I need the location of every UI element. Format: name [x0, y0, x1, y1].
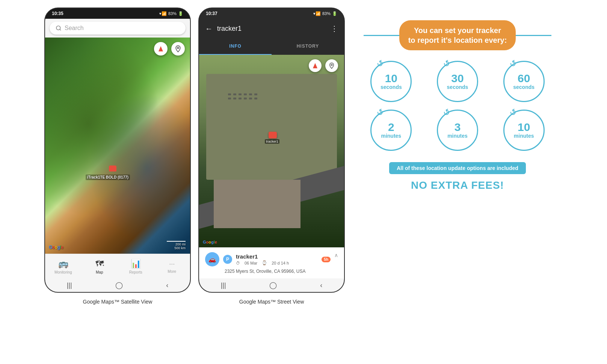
android-menu-btn2[interactable]: ||| — [221, 281, 226, 289]
map-label: Map — [96, 270, 103, 274]
android-back-btn2[interactable]: ‹ — [320, 281, 322, 289]
phone1-status-bar: 10:35 ▾📶 83% 🔋 — [45, 8, 190, 19]
circle-number-4: 2 — [388, 122, 394, 133]
circle-arrow-icon-6: ↺ — [507, 107, 518, 119]
compass-arrow-icon — [159, 46, 163, 51]
phone1-wrapper: 10:35 ▾📶 83% 🔋 Search — [44, 8, 191, 305]
tracker-header: ← tracker1 ⋮ — [199, 19, 344, 38]
circle-outer-2min: ↺ 2 minutes — [370, 110, 412, 151]
circle-number-2: 30 — [451, 73, 464, 84]
reports-icon: 📊 — [131, 259, 141, 269]
nav-map[interactable]: 🗺 Map — [82, 259, 118, 274]
more-label: More — [168, 269, 176, 274]
svg-point-0 — [56, 26, 60, 30]
scale-line — [167, 241, 186, 242]
svg-point-1 — [177, 47, 179, 48]
tab-info[interactable]: INFO — [199, 38, 272, 55]
tracker-p-badge: P — [223, 255, 232, 264]
monitoring-label: Monitoring — [54, 270, 72, 274]
circle-number-3: 60 — [518, 73, 530, 84]
car-marker — [109, 165, 116, 171]
circle-3min: ↺ 3 minutes — [430, 110, 485, 151]
tracker-time-badge: 5h — [322, 257, 331, 262]
phone2-wrapper: 10:37 ▾📶 83% 🔋 ← tracker1 ⋮ INFO HI — [198, 8, 345, 305]
tracker-map-label: iTrack1TE BOLD (0177) — [86, 174, 130, 180]
circle-arrow-icon-1: ↺ — [375, 58, 386, 70]
android-nav2: ||| ◯ ‹ — [199, 278, 344, 292]
location-icon — [174, 45, 182, 53]
circle-number-5: 3 — [454, 122, 461, 133]
tracker-name-section: tracker1 ⏱ 06 Mar ⌚ 20 d 14 h — [236, 253, 318, 265]
android-menu-btn[interactable]: ||| — [67, 281, 72, 289]
included-box: All of these location update options are… — [389, 162, 526, 174]
timer-icon: ⌚ — [262, 260, 267, 265]
circle-unit-2: seconds — [447, 84, 468, 90]
nav-reports[interactable]: 📊 Reports — [118, 259, 154, 274]
sv-google-logo: Google — [203, 240, 217, 244]
circle-arrow-icon-3: ↺ — [507, 58, 518, 70]
sv-compass-arrow-icon — [313, 63, 317, 68]
tab-history-label: HISTORY — [297, 44, 319, 49]
phone1-time: 10:35 — [52, 11, 63, 16]
tracker-title: tracker1 — [217, 25, 326, 33]
sv-parking-lot — [206, 74, 337, 180]
info-panel: You can set your tracker to report it's … — [352, 11, 563, 200]
no-fees-text: NO EXTRA FEES! — [411, 179, 504, 191]
circle-2min: ↺ 2 minutes — [364, 110, 419, 151]
search-bar[interactable]: Search — [50, 22, 186, 35]
circle-outer-10sec: ↺ 10 seconds — [370, 61, 412, 102]
circle-10sec: ↺ 10 seconds — [364, 61, 419, 102]
wifi-icon2: ▾📶 — [313, 11, 321, 16]
android-back-btn[interactable]: ‹ — [166, 281, 168, 289]
nav-more[interactable]: ··· More — [154, 260, 190, 274]
location-button[interactable] — [171, 42, 185, 56]
satellite-map[interactable]: iTrack1TE BOLD (0177) Google 200 mi 500 … — [45, 38, 190, 254]
circle-outer-10min: ↺ 10 minutes — [503, 110, 545, 151]
circles-grid: ↺ 10 seconds ↺ 30 seconds ↺ 60 seconds ↺ — [364, 61, 551, 151]
clock-icon: ⏱ — [236, 261, 240, 265]
included-text: All of these location update options are… — [397, 165, 518, 171]
circle-number-6: 10 — [518, 122, 530, 133]
sv-location-icon — [328, 62, 335, 69]
tab-history[interactable]: HISTORY — [272, 38, 344, 55]
wifi-icon: ▾📶 — [159, 11, 167, 16]
phone2-status-bar: 10:37 ▾📶 83% 🔋 — [199, 8, 344, 19]
circle-arrow-icon-5: ↺ — [441, 107, 452, 119]
circle-outer-30sec: ↺ 30 seconds — [437, 61, 478, 102]
circle-10min: ↺ 10 minutes — [496, 110, 551, 151]
search-input[interactable]: Search — [65, 25, 84, 32]
more-icon: ··· — [169, 260, 175, 268]
phones-section: 10:35 ▾📶 83% 🔋 Search — [44, 8, 345, 305]
sv-compass-button[interactable] — [309, 59, 322, 72]
android-home-btn[interactable]: ◯ — [115, 281, 123, 289]
circle-unit-5: minutes — [447, 133, 468, 139]
circle-arrow-icon-2: ↺ — [441, 58, 452, 70]
phone2-status-icons: ▾📶 83% 🔋 — [313, 11, 337, 16]
tracker-info-panel: 🚗 P tracker1 ⏱ 06 Mar ⌚ 20 d 14 h 5h ∧ — [199, 247, 344, 278]
collapse-arrow-icon[interactable]: ∧ — [334, 252, 338, 258]
more-menu-button[interactable]: ⋮ — [331, 24, 338, 33]
car-icon — [109, 165, 116, 171]
back-button[interactable]: ← — [205, 24, 213, 33]
sv-car-icon — [269, 132, 277, 138]
circle-outer-60sec: ↺ 60 seconds — [503, 61, 545, 102]
battery-text: 83% — [168, 11, 177, 16]
reports-label: Reports — [129, 270, 142, 274]
tracker-tabs: INFO HISTORY — [199, 38, 344, 55]
sv-location-button[interactable] — [325, 59, 338, 72]
tracker-address: 2325 Myers St, Oroville, CA 95966, USA — [225, 269, 338, 274]
android-nav: ||| ◯ ‹ — [45, 278, 190, 292]
map-overlay — [45, 38, 190, 254]
battery-icon: 🔋 — [178, 11, 183, 16]
nav-monitoring[interactable]: 🚌 Monitoring — [45, 259, 82, 274]
compass-button[interactable] — [154, 42, 168, 56]
sv-car-marker: tracker1 — [269, 132, 279, 144]
android-home-btn2[interactable]: ◯ — [269, 281, 277, 289]
sv-building — [214, 180, 301, 228]
tracker-date: 06 Mar — [245, 261, 257, 265]
streetview-map[interactable]: tracker1 Google — [199, 55, 344, 247]
circle-unit-4: minutes — [381, 133, 401, 139]
phone2-caption: Google Maps™ Street View — [239, 299, 304, 305]
tracker-info-row: 🚗 P tracker1 ⏱ 06 Mar ⌚ 20 d 14 h 5h ∧ — [205, 252, 338, 266]
phone1-caption: Google Maps™ Satellite View — [83, 299, 153, 305]
